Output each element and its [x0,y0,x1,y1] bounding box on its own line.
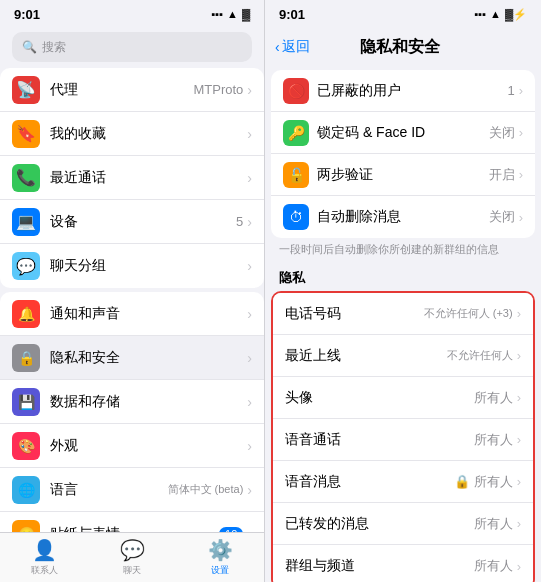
right-item-blocked[interactable]: 🚫 已屏蔽的用户 1 › [271,70,535,112]
left-search-bar: 🔍 搜索 [0,28,264,68]
sidebar-item-devices[interactable]: 💻 设备 5 › [0,200,264,244]
right-content: 🚫 已屏蔽的用户 1 › 🔑 锁定码 & Face ID 关闭 › 🔓 两步验证… [265,66,541,582]
voicecall-value: 所有人 [474,431,513,449]
right-item-avatar[interactable]: 头像 所有人 › [273,377,533,419]
calls-chevron: › [247,170,252,186]
search-placeholder: 搜索 [42,39,66,56]
notifications-icon: 🔔 [12,300,40,328]
right-panel: 9:01 ▪▪▪ ▲ ▓⚡ ‹ 返回 隐私和安全 🚫 已屏蔽的用户 1 › � [265,0,541,582]
language-icon: 🌐 [12,476,40,504]
contacts-tab-label: 联系人 [31,564,58,577]
left-status-bar: 9:01 ▪▪▪ ▲ ▓ [0,0,264,28]
sidebar-item-language[interactable]: 🌐 语言 简体中文 (beta) › [0,468,264,512]
right-item-lastseen[interactable]: 最近上线 不允许任何人 › [273,335,533,377]
proxy-icon: 📡 [12,76,40,104]
passcode-label: 锁定码 & Face ID [317,124,489,142]
tab-contacts[interactable]: 👤 联系人 [0,533,88,582]
blocked-chevron: › [519,83,523,98]
avatar-value: 所有人 [474,389,513,407]
passcode-chevron: › [519,125,523,140]
page-title: 隐私和安全 [310,37,491,58]
appearance-chevron: › [247,438,252,454]
sidebar-item-favorites[interactable]: 🔖 我的收藏 › [0,112,264,156]
sticker-icon: 😊 [12,520,40,533]
battery-icon: ▓ [242,8,250,20]
right-item-phone[interactable]: 电话号码 不允许任何人 (+3) › [273,293,533,335]
groups-value: 所有人 [474,557,513,575]
voicemsg-chevron: › [517,474,521,489]
lastseen-label: 最近上线 [285,347,447,365]
right-wifi-icon: ▲ [490,8,501,20]
back-chevron-icon: ‹ [275,39,280,55]
privacy-settings-icon: 🔒 [12,344,40,372]
calls-label: 最近通话 [50,169,247,187]
autodelete-chevron: › [519,210,523,225]
tab-settings[interactable]: ⚙️ 设置 [176,533,264,582]
voicemsg-value: 🔒 所有人 [454,473,513,491]
devices-chevron: › [247,214,252,230]
sidebar-item-storage[interactable]: 💾 数据和存储 › [0,380,264,424]
right-item-forwarded[interactable]: 已转发的消息 所有人 › [273,503,533,545]
search-input[interactable]: 🔍 搜索 [12,32,252,62]
contacts-tab-icon: 👤 [32,538,57,562]
settings-tab-label: 设置 [211,564,229,577]
proxy-value: MTProto [193,82,243,97]
right-item-voicecall[interactable]: 语音通话 所有人 › [273,419,533,461]
passcode-value: 关闭 [489,124,515,142]
devices-label: 设备 [50,213,236,231]
voicecall-chevron: › [517,432,521,447]
right-item-passcode[interactable]: 🔑 锁定码 & Face ID 关闭 › [271,112,535,154]
favorites-chevron: › [247,126,252,142]
left-status-icons: ▪▪▪ ▲ ▓ [211,8,250,20]
top-section-footer: 一段时间后自动删除你所创建的新群组的信息 [265,238,541,263]
tab-chats[interactable]: 💬 聊天 [88,533,176,582]
blocked-value: 1 [507,83,514,98]
sidebar-item-calls[interactable]: 📞 最近通话 › [0,156,264,200]
appearance-label: 外观 [50,437,247,455]
signal-icon: ▪▪▪ [211,8,223,20]
devices-icon: 💻 [12,208,40,236]
right-status-bar: 9:01 ▪▪▪ ▲ ▓⚡ [265,0,541,28]
top-section: 🚫 已屏蔽的用户 1 › 🔑 锁定码 & Face ID 关闭 › 🔓 两步验证… [271,70,535,238]
back-button[interactable]: ‹ 返回 [275,38,310,56]
autodelete-value: 关闭 [489,208,515,226]
proxy-label: 代理 [50,81,193,99]
twostep-label: 两步验证 [317,166,489,184]
notifications-chevron: › [247,306,252,322]
privacy-section: 电话号码 不允许任何人 (+3) › 最近上线 不允许任何人 › 头像 所有人 … [271,291,535,582]
sidebar-item-notifications[interactable]: 🔔 通知和声音 › [0,292,264,336]
wifi-icon: ▲ [227,8,238,20]
lastseen-value: 不允许任何人 [447,348,513,363]
right-item-voicemsg[interactable]: 语音消息 🔒 所有人 › [273,461,533,503]
storage-icon: 💾 [12,388,40,416]
left-panel: 9:01 ▪▪▪ ▲ ▓ 🔍 搜索 📡 代理 MTProto › 🔖 我的收藏 [0,0,265,582]
sidebar-item-folders[interactable]: 💬 聊天分组 › [0,244,264,288]
chats-tab-icon: 💬 [120,538,145,562]
right-battery-icon: ▓⚡ [505,8,527,21]
right-status-time: 9:01 [279,7,305,22]
sidebar-item-proxy[interactable]: 📡 代理 MTProto › [0,68,264,112]
sidebar-item-privacy[interactable]: 🔒 隐私和安全 › [0,336,264,380]
chats-tab-label: 聊天 [123,564,141,577]
search-icon: 🔍 [22,40,37,54]
privacy-settings-chevron: › [247,350,252,366]
forwarded-chevron: › [517,516,521,531]
sticker-label: 贴纸与表情 [50,525,219,533]
autodelete-icon: ⏱ [283,204,309,230]
language-label: 语言 [50,481,168,499]
privacy-settings-label: 隐私和安全 [50,349,247,367]
phone-value: 不允许任何人 (+3) [424,306,513,321]
favorites-label: 我的收藏 [50,125,247,143]
settings-tab-icon: ⚙️ [208,538,233,562]
privacy-section-header: 隐私 [265,263,541,291]
sidebar-item-sticker[interactable]: 😊 贴纸与表情 10 › [0,512,264,532]
lastseen-chevron: › [517,348,521,363]
right-item-twostep[interactable]: 🔓 两步验证 开启 › [271,154,535,196]
right-signal-icon: ▪▪▪ [474,8,486,20]
sidebar-item-appearance[interactable]: 🎨 外观 › [0,424,264,468]
right-item-groups[interactable]: 群组与频道 所有人 › [273,545,533,582]
right-item-autodelete[interactable]: ⏱ 自动删除消息 关闭 › [271,196,535,238]
language-chevron: › [247,482,252,498]
folders-chevron: › [247,258,252,274]
favorites-icon: 🔖 [12,120,40,148]
